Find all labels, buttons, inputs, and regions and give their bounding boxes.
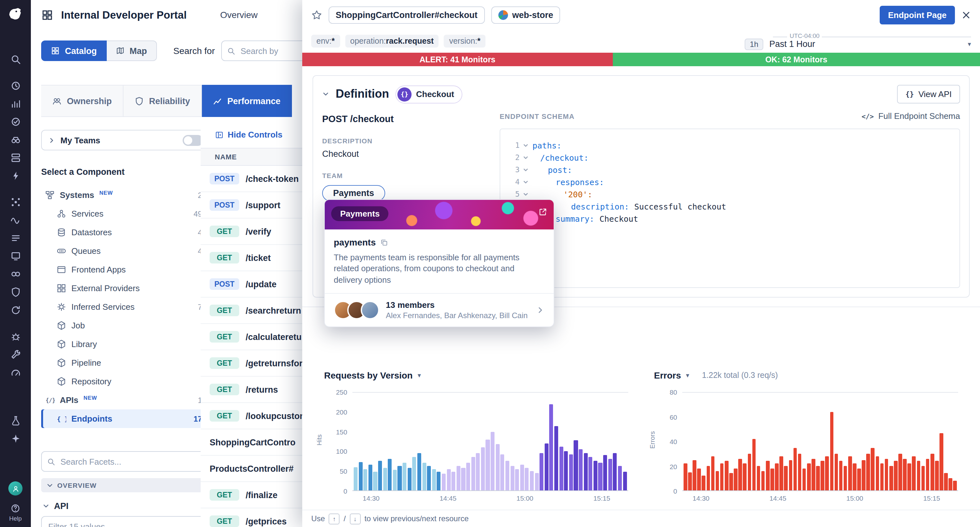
api-section-header[interactable]: API	[41, 501, 210, 511]
endpoint-title-chip[interactable]: ShoppingCartController#checkout	[329, 6, 485, 24]
facet-search-input[interactable]	[41, 451, 210, 472]
bar	[545, 443, 549, 490]
bar	[388, 459, 392, 490]
synthetics-icon[interactable]	[10, 305, 21, 316]
sidebar-item-library[interactable]: Library 1	[41, 335, 210, 354]
filter-chip[interactable]: operation: rack.request	[345, 35, 439, 48]
profiling-icon[interactable]	[10, 367, 21, 378]
chevron-down-icon[interactable]: ▾	[418, 372, 420, 379]
avatar	[361, 301, 379, 319]
service-map-icon[interactable]	[10, 215, 21, 225]
bar	[530, 471, 534, 490]
bar	[383, 468, 387, 491]
error-tracking-icon[interactable]	[10, 349, 21, 360]
bar	[917, 461, 920, 490]
close-icon[interactable]	[961, 10, 971, 20]
chevron-down-icon[interactable]: ▾	[686, 372, 689, 379]
datadog-logo[interactable]	[7, 5, 24, 24]
security-icon[interactable]	[10, 287, 21, 298]
sidebar-item-queues[interactable]: Queues 41	[41, 242, 210, 260]
endpoint-path: /finalize	[246, 490, 277, 500]
my-teams-switch[interactable]	[183, 135, 203, 146]
filter-chip[interactable]: env: *	[311, 35, 340, 48]
filter-chip[interactable]: version: *	[444, 35, 485, 48]
rum-icon[interactable]	[10, 251, 21, 262]
processes-icon[interactable]	[10, 197, 21, 208]
integrations-icon[interactable]	[10, 269, 21, 279]
metrics-icon[interactable]	[10, 98, 21, 109]
time-shortcut[interactable]: 1h	[745, 38, 764, 50]
endpoint-schema-label: ENDPOINT SCHEMA	[500, 112, 574, 120]
fold-chevron-icon[interactable]	[520, 167, 531, 173]
top-nav: Overview	[220, 10, 258, 20]
api-filter-input[interactable]	[41, 516, 210, 527]
sidebar-item-services[interactable]: Services 491	[41, 204, 210, 223]
bar	[921, 466, 925, 490]
checkout-resource-chip[interactable]: {} Checkout	[396, 85, 462, 103]
sidebar-item-pipeline[interactable]: Pipeline 1	[41, 354, 210, 372]
bar	[603, 456, 607, 490]
history-icon[interactable]	[10, 80, 21, 91]
nav-item-overview[interactable]: Overview	[220, 10, 258, 20]
sidebar-item-datastores[interactable]: Datastores 48	[41, 223, 210, 242]
catalog-button[interactable]: Catalog	[41, 40, 107, 61]
help-button[interactable]: Help	[9, 503, 22, 522]
y-axis-label: Hits	[316, 435, 323, 446]
user-avatar[interactable]	[8, 481, 22, 495]
endpoint-page-button[interactable]: Endpoint Page	[880, 5, 955, 24]
fold-chevron-icon[interactable]	[520, 155, 531, 161]
ci-icon[interactable]	[10, 116, 21, 127]
time-range-picker[interactable]: UTC-04:00 1h Past 1 Hour ▾	[745, 32, 971, 50]
tab-performance[interactable]: Performance	[202, 85, 292, 117]
team-chip[interactable]: Payments	[322, 185, 385, 201]
sidebar-item-external-providers[interactable]: External Providers 9	[41, 279, 210, 298]
bar	[623, 472, 627, 490]
infrastructure-icon[interactable]	[10, 152, 21, 163]
sidebar-item-repository[interactable]: Repository 1	[41, 372, 210, 391]
my-teams-row[interactable]: My Teams	[41, 130, 210, 151]
tree-item-icon	[57, 376, 66, 386]
tab-reliability[interactable]: Reliability	[124, 85, 202, 117]
service-chip[interactable]: web-store	[491, 6, 560, 24]
fold-chevron-icon[interactable]	[520, 192, 531, 197]
copilot-icon[interactable]	[10, 433, 21, 444]
endpoint-side-panel: ShoppingCartController#checkout web-stor…	[302, 0, 980, 527]
logs-icon[interactable]	[10, 233, 21, 244]
team-members-row[interactable]: 13 members Alex Fernandes, Bar Ashkenazy…	[325, 293, 554, 327]
llm-observability-icon[interactable]	[10, 415, 21, 426]
fold-chevron-icon[interactable]	[520, 143, 531, 148]
ok-monitors-segment[interactable]: OK: 62 Monitors	[612, 53, 980, 66]
sidebar-item-endpoints[interactable]: Endpoints 179	[41, 410, 210, 428]
apm-bolt-icon[interactable]	[10, 170, 21, 181]
full-endpoint-schema-link[interactable]: </> Full Endpoint Schema	[862, 111, 960, 121]
sidebar-item-inferred-services[interactable]: Inferred Services 77	[41, 298, 210, 316]
sidebar-item-apis[interactable]: APIs NEW 15	[41, 391, 210, 410]
members-preview: Alex Fernandes, Bar Ashkenazy, Bill Cain	[386, 311, 528, 320]
method-badge: GET	[210, 225, 239, 237]
bar	[593, 461, 597, 490]
watchdog-icon[interactable]	[10, 134, 21, 145]
external-link-icon[interactable]	[538, 208, 547, 217]
star-icon[interactable]	[311, 10, 322, 20]
alert-monitors-segment[interactable]: ALERT: 41 Monitors	[302, 53, 612, 66]
endpoint-schema-code[interactable]: 1 paths: 2 /checkout:	[500, 129, 960, 288]
bar	[684, 464, 687, 490]
endpoint-path: /ticket	[246, 253, 271, 262]
search-icon[interactable]	[10, 54, 21, 65]
sidebar-item-frontend-apps[interactable]: Frontend Apps 9	[41, 260, 210, 279]
chevron-down-icon[interactable]	[322, 90, 329, 98]
description-label: DESCRIPTION	[322, 137, 477, 144]
copy-icon[interactable]	[380, 238, 389, 246]
tab-ownership[interactable]: Ownership	[41, 85, 124, 117]
fold-chevron-icon[interactable]	[520, 179, 531, 185]
overview-section-header[interactable]: OVERVIEW	[41, 478, 210, 492]
sidebar-item-job[interactable]: Job 7	[41, 316, 210, 335]
incidents-icon[interactable]	[10, 331, 21, 342]
view-api-button[interactable]: {} View API	[897, 85, 960, 103]
chevron-down-icon[interactable]: ▾	[968, 40, 971, 48]
tree-item-icon	[57, 246, 66, 256]
bar	[598, 463, 602, 490]
map-button[interactable]: Map	[107, 40, 157, 61]
bar	[734, 468, 737, 490]
sidebar-item-systems[interactable]: Systems NEW 23	[41, 186, 210, 204]
